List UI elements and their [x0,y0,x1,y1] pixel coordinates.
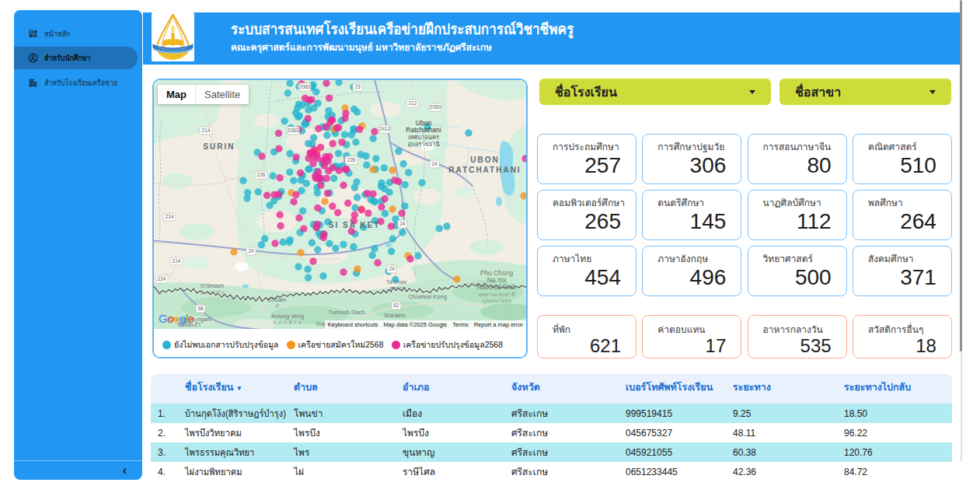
school-marker-magenta[interactable] [406,255,413,262]
school-marker-cyan[interactable] [381,164,388,171]
school-marker-magenta[interactable] [371,128,378,135]
school-marker-magenta[interactable] [358,206,365,213]
school-marker-cyan[interactable] [372,155,379,162]
school-marker-magenta[interactable] [322,153,329,160]
school-marker-cyan[interactable] [399,229,406,236]
school-marker-magenta[interactable] [270,191,277,198]
school-marker-cyan[interactable] [286,150,293,157]
school-marker-cyan[interactable] [309,240,316,247]
school-marker-cyan[interactable] [465,129,472,136]
school-marker-cyan[interactable] [314,189,321,196]
school-marker-orange[interactable] [389,205,396,212]
sidebar-collapse-button[interactable]: ‹ [123,464,127,477]
school-marker-cyan[interactable] [399,160,406,167]
school-marker-magenta[interactable] [342,166,349,173]
school-marker-magenta[interactable] [325,167,332,174]
school-marker-cyan[interactable] [353,178,360,185]
school-marker-magenta[interactable] [292,191,299,198]
school-marker-magenta[interactable] [344,200,351,207]
map-button[interactable]: Map [158,85,195,104]
school-marker-cyan[interactable] [354,194,361,201]
school-marker-cyan[interactable] [371,198,378,205]
col-school-name[interactable]: ชื่อโรงเรียน▾ [178,374,287,404]
school-marker-cyan[interactable] [395,148,402,155]
school-marker-orange[interactable] [354,265,361,272]
school-marker-cyan[interactable] [319,272,326,279]
school-marker-cyan[interactable] [280,239,287,246]
school-marker-magenta[interactable] [300,225,307,232]
school-marker-magenta[interactable] [388,222,395,229]
school-marker-magenta[interactable] [326,94,333,101]
school-marker-cyan[interactable] [401,181,408,188]
school-marker-cyan[interactable] [284,89,291,96]
school-marker-cyan[interactable] [335,150,342,157]
school-marker-magenta[interactable] [314,221,321,228]
school-marker-cyan[interactable] [305,274,312,281]
sidebar-item-home[interactable]: หน้าหลัก [14,24,142,43]
col-round-trip[interactable]: ระยะทางไปกลับ [837,374,952,404]
col-province[interactable]: จังหวัด [504,374,619,404]
school-marker-magenta[interactable] [335,167,342,174]
school-marker-magenta[interactable] [306,96,313,103]
school-marker-magenta[interactable] [271,240,278,247]
school-marker-orange[interactable] [453,275,460,282]
school-marker-magenta[interactable] [329,140,336,147]
school-marker-magenta[interactable] [320,234,327,241]
school-marker-cyan[interactable] [243,194,250,201]
school-marker-cyan[interactable] [388,248,395,255]
school-marker-cyan[interactable] [295,263,302,270]
school-marker-cyan[interactable] [340,241,347,248]
school-marker-magenta[interactable] [364,209,371,216]
school-marker-cyan[interactable] [281,117,288,124]
school-marker-orange[interactable] [297,249,304,256]
school-marker-cyan[interactable] [371,245,378,252]
school-marker-magenta[interactable] [328,117,335,124]
school-marker-cyan[interactable] [295,114,302,121]
school-marker-magenta[interactable] [338,138,345,145]
school-marker-magenta[interactable] [391,177,398,184]
school-marker-cyan[interactable] [286,169,293,176]
school-marker-cyan[interactable] [326,240,333,247]
school-marker-magenta[interactable] [324,190,331,197]
school-marker-magenta[interactable] [317,182,324,189]
school-marker-cyan[interactable] [405,169,412,176]
school-marker-magenta[interactable] [334,209,341,216]
school-marker-cyan[interactable] [304,266,311,273]
school-marker-magenta[interactable] [329,203,336,210]
col-subdistrict[interactable]: ตำบล [287,374,396,404]
school-marker-magenta[interactable] [314,205,321,212]
school-marker-cyan[interactable] [299,208,306,215]
school-marker-cyan[interactable] [357,151,364,158]
google-logo[interactable]: Google [159,312,194,325]
sidebar-item-network-schools[interactable]: สำหรับโรงเรียนเครือข่าย [14,73,142,92]
keyboard-shortcuts-link[interactable]: Keyboard shortcuts [328,321,378,328]
school-marker-magenta[interactable] [340,268,347,275]
school-marker-magenta[interactable] [277,222,284,229]
school-marker-cyan[interactable] [287,236,294,243]
school-marker-cyan[interactable] [382,210,389,217]
school-marker-cyan[interactable] [414,252,421,259]
school-marker-magenta[interactable] [277,174,284,181]
report-error-link[interactable]: Report a map error [474,321,523,328]
school-marker-magenta[interactable] [275,145,282,152]
school-marker-cyan[interactable] [323,131,330,138]
school-marker-cyan[interactable] [351,205,358,212]
school-marker-magenta[interactable] [295,215,302,222]
school-marker-magenta[interactable] [263,192,270,199]
col-district[interactable]: อำเภอ [396,374,504,404]
school-marker-magenta[interactable] [374,259,381,266]
map[interactable]: 2083232122050214208324122262422621424242… [154,80,526,329]
school-marker-orange[interactable] [369,166,376,173]
school-marker-magenta[interactable] [258,152,265,159]
branch-name-dropdown[interactable]: ชื่อสาขา [779,79,951,105]
sidebar-item-students[interactable]: สำหรับนักศึกษา [14,47,138,69]
school-marker-magenta[interactable] [351,212,358,219]
table-row[interactable]: 1.บ้านกุดโง้ง(สิริราษฎร์บำรุง)โพนข่าเมือ… [151,404,952,423]
school-marker-cyan[interactable] [298,102,305,109]
school-marker-magenta[interactable] [309,257,316,264]
school-marker-magenta[interactable] [290,198,297,205]
satellite-button[interactable]: Satellite [195,85,249,104]
school-marker-magenta[interactable] [335,124,342,131]
school-marker-orange[interactable] [389,166,396,173]
school-marker-cyan[interactable] [352,138,359,145]
